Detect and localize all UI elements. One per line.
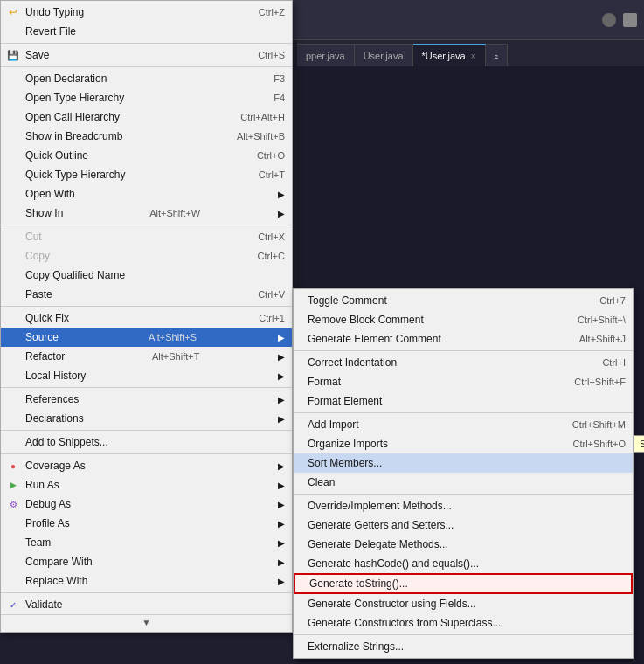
- scroll-down-indicator[interactable]: ▼: [1, 614, 292, 630]
- menu-item-save[interactable]: 💾 Save Ctrl+S: [1, 45, 292, 65]
- tab-user-java-modified[interactable]: *User.java ×: [413, 44, 486, 66]
- toolbar-icon-9[interactable]: [623, 13, 637, 27]
- menu-label: Generate toString()...: [309, 578, 408, 590]
- menu-item-hashcode[interactable]: Generate hashCode() and equals()...: [294, 554, 633, 573]
- menu-label: Paste: [25, 288, 52, 301]
- search-icon[interactable]: [602, 13, 616, 27]
- menu-label: Run As: [25, 479, 59, 491]
- shortcut-label: Ctrl+X: [240, 232, 285, 242]
- shortcut-label: Alt+Shift+J: [562, 334, 626, 344]
- menu-label: Open Declaration: [25, 73, 107, 85]
- menu-item-quick-fix[interactable]: Quick Fix Ctrl+1: [1, 308, 292, 328]
- separator: [1, 43, 292, 44]
- menu-label: Generate hashCode() and equals()...: [308, 557, 479, 570]
- menu-item-clean[interactable]: Clean: [294, 473, 633, 492]
- menu-label: Quick Outline: [25, 149, 88, 162]
- menu-item-open-call[interactable]: Open Call Hierarchy Ctrl+Alt+H: [1, 107, 292, 127]
- tab-extra[interactable]: ₂: [486, 44, 508, 66]
- menu-label: Copy Qualified Name: [25, 269, 125, 281]
- menu-item-breadcrumb[interactable]: Show in Breadcrumb Alt+Shift+B: [1, 127, 292, 146]
- menu-label: Debug As: [25, 498, 71, 510]
- submenu-arrow-icon: ▶: [269, 538, 285, 548]
- menu-item-cut[interactable]: Cut Ctrl+X: [1, 227, 292, 246]
- menu-item-source[interactable]: Source Alt+Shift+S ▶: [1, 328, 292, 347]
- menu-item-open-type[interactable]: Open Type Hierarchy F4: [1, 88, 292, 107]
- menu-label: Sort Members...: [308, 457, 382, 469]
- menu-item-copy[interactable]: Copy Ctrl+C: [1, 246, 292, 266]
- menu-item-references[interactable]: References ▶: [1, 390, 292, 409]
- menu-item-gen-element[interactable]: Generate Element Comment Alt+Shift+J: [294, 329, 633, 349]
- menu-item-quick-type[interactable]: Quick Type Hierarchy Ctrl+T: [1, 165, 292, 184]
- tab-label: ₂: [495, 50, 498, 61]
- menu-item-validate[interactable]: ✓ Validate: [1, 595, 292, 614]
- tab-label: pper.java: [306, 51, 345, 61]
- menu-item-add-snippets[interactable]: Add to Snippets...: [1, 432, 292, 452]
- shortcut-label: F4: [256, 93, 285, 103]
- menu-label: Show In: [25, 207, 63, 219]
- menu-label: Generate Delegate Methods...: [308, 538, 448, 550]
- menu-item-run[interactable]: ▶ Run As ▶: [1, 475, 292, 495]
- shortcut-label: Alt+Shift+W: [132, 208, 200, 218]
- menu-item-correct-indent[interactable]: Correct Indentation Ctrl+I: [294, 353, 633, 372]
- menu-item-open-declaration[interactable]: Open Declaration F3: [1, 69, 292, 88]
- menu-item-debug[interactable]: ⚙ Debug As ▶: [1, 495, 292, 514]
- primary-context-menu: ↩ Undo Typing Ctrl+Z Revert File 💾 Save …: [0, 0, 293, 633]
- tab-label: *User.java: [422, 51, 466, 61]
- menu-label: Cut: [25, 231, 42, 243]
- undo-icon: ↩: [4, 3, 22, 21]
- menu-label: Revert File: [25, 25, 76, 38]
- menu-label: Show in Breadcrumb: [25, 130, 122, 142]
- menu-item-coverage[interactable]: ● Coverage As ▶: [1, 456, 292, 475]
- menu-item-externalize[interactable]: Externalize Strings...: [294, 637, 633, 656]
- shortcut-label: Ctrl+C: [240, 251, 285, 261]
- menu-item-constructor-fields[interactable]: Generate Constructor using Fields...: [294, 594, 633, 613]
- menu-item-format[interactable]: Format Ctrl+Shift+F: [294, 372, 633, 391]
- menu-item-refactor[interactable]: Refactor Alt+Shift+T ▶: [1, 347, 292, 366]
- menu-item-paste[interactable]: Paste Ctrl+V: [1, 285, 292, 304]
- menu-item-undo[interactable]: ↩ Undo Typing Ctrl+Z: [1, 3, 292, 22]
- menu-item-copy-qualified[interactable]: Copy Qualified Name: [1, 266, 292, 285]
- menu-label: Remove Block Comment: [308, 314, 424, 326]
- tab-user-java[interactable]: User.java: [355, 44, 413, 66]
- menu-label: Undo Typing: [25, 6, 84, 18]
- debug-icon: ⚙: [4, 495, 22, 513]
- menu-item-team[interactable]: Team ▶: [1, 533, 292, 552]
- menu-label: Correct Indentation: [308, 356, 397, 369]
- menu-label: Declarations: [25, 412, 84, 425]
- menu-item-constructors-superclass[interactable]: Generate Constructors from Superclass...: [294, 613, 633, 633]
- shortcut-label: Ctrl+1: [241, 313, 285, 323]
- menu-item-format-element[interactable]: Format Element: [294, 391, 633, 411]
- menu-item-tostring[interactable]: Generate toString()...: [294, 573, 633, 594]
- menu-item-override[interactable]: Override/Implement Methods...: [294, 496, 633, 515]
- menu-item-organize-imports[interactable]: Organize Imports Ctrl+Shift+O: [294, 434, 633, 453]
- menu-item-remove-block[interactable]: Remove Block Comment Ctrl+Shift+\: [294, 310, 633, 329]
- menu-label: Quick Fix: [25, 312, 69, 324]
- menu-item-delegate[interactable]: Generate Delegate Methods...: [294, 535, 633, 554]
- menu-item-getters-setters[interactable]: Generate Getters and Setters...: [294, 515, 633, 535]
- menu-label: Refactor: [25, 350, 65, 363]
- menu-item-revert[interactable]: Revert File: [1, 22, 292, 41]
- close-icon[interactable]: ×: [471, 52, 476, 61]
- tab-wrapper-java[interactable]: pper.java: [297, 44, 355, 66]
- shortcut-label: Ctrl+T: [241, 169, 285, 180]
- separator: [1, 453, 292, 454]
- menu-item-local-history[interactable]: Local History ▶: [1, 366, 292, 385]
- menu-item-declarations[interactable]: Declarations ▶: [1, 409, 292, 428]
- menu-label: Add Import: [308, 418, 359, 431]
- menu-label: Toggle Comment: [308, 294, 387, 307]
- separator: [294, 494, 633, 495]
- menu-item-add-import[interactable]: Add Import Ctrl+Shift+M: [294, 415, 633, 434]
- menu-item-toggle-comment[interactable]: Toggle Comment Ctrl+7: [294, 291, 633, 310]
- menu-item-sort-members[interactable]: Sort Members...: [294, 453, 633, 473]
- menu-label: Quick Type Hierarchy: [25, 169, 126, 181]
- menu-item-compare[interactable]: Compare With ▶: [1, 552, 292, 571]
- tab-label: User.java: [364, 51, 404, 61]
- menu-item-open-with[interactable]: Open With ▶: [1, 184, 292, 204]
- submenu-arrow-icon: ▶: [269, 481, 285, 490]
- submenu-arrow-icon: ▶: [269, 557, 285, 567]
- submenu-arrow-icon: ▶: [269, 352, 285, 362]
- menu-item-quick-outline[interactable]: Quick Outline Ctrl+O: [1, 146, 292, 165]
- menu-item-show-in[interactable]: Show In Alt+Shift+W ▶: [1, 204, 292, 223]
- menu-item-profile[interactable]: Profile As ▶: [1, 514, 292, 533]
- menu-item-replace[interactable]: Replace With ▶: [1, 571, 292, 591]
